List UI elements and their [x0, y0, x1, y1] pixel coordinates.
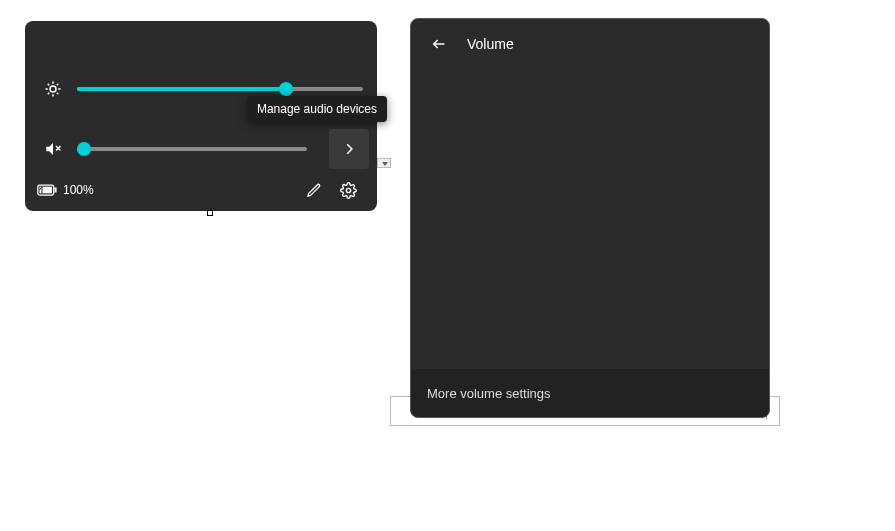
battery-label: 100%: [63, 183, 94, 197]
gear-icon: [340, 182, 357, 199]
volume-slider[interactable]: [77, 147, 307, 151]
svg-line-8: [57, 84, 59, 86]
edit-quick-settings-button[interactable]: [297, 173, 331, 207]
battery-icon: [37, 184, 57, 196]
battery-status[interactable]: 100%: [37, 183, 94, 197]
volume-panel-title: Volume: [467, 36, 514, 52]
back-button[interactable]: [425, 30, 453, 58]
volume-panel: Volume More volume settings: [410, 18, 770, 418]
volume-panel-header: Volume: [411, 19, 769, 69]
svg-rect-13: [55, 188, 57, 193]
scrollbar-fragment[interactable]: [377, 158, 391, 168]
volume-panel-body: [411, 69, 769, 369]
svg-line-7: [48, 93, 50, 95]
more-volume-settings-label: More volume settings: [427, 386, 551, 401]
brightness-slider[interactable]: [77, 87, 363, 91]
expand-audio-button[interactable]: [329, 129, 369, 169]
quick-settings-footer: 100%: [25, 169, 377, 211]
pencil-icon: [306, 182, 322, 198]
arrow-left-icon: [431, 36, 447, 52]
svg-line-6: [57, 93, 59, 95]
manage-audio-tooltip: Manage audio devices: [247, 96, 387, 122]
resize-handle-icon: [207, 210, 213, 216]
brightness-icon: [33, 69, 73, 109]
more-volume-settings-link[interactable]: More volume settings: [411, 369, 769, 417]
svg-point-15: [346, 188, 350, 192]
svg-line-5: [48, 84, 50, 86]
svg-point-0: [50, 86, 56, 92]
svg-marker-9: [46, 143, 53, 155]
chevron-right-icon: [342, 142, 356, 156]
settings-button[interactable]: [331, 173, 365, 207]
volume-row: [25, 129, 377, 169]
quick-settings-panel: Manage audio devices: [25, 21, 377, 211]
volume-mute-icon[interactable]: [33, 129, 73, 169]
